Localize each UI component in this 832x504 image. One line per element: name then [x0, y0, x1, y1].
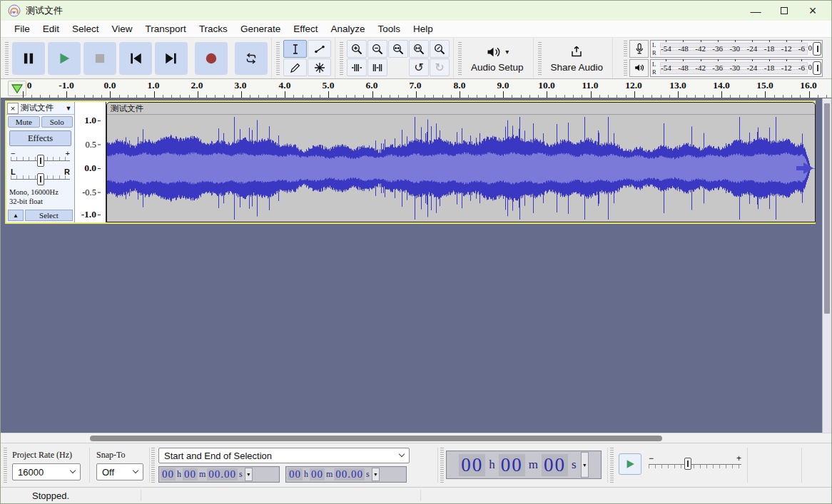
vertical-scrollbar[interactable] — [822, 98, 831, 433]
selection-end-field[interactable]: 00h 00m 00.00s ▾ — [285, 466, 407, 483]
record-button[interactable] — [195, 42, 228, 75]
recording-volume-slider-thumb[interactable] — [813, 42, 821, 56]
tools-toolbar-grip[interactable] — [276, 42, 280, 75]
selection-fields-grip[interactable] — [151, 448, 155, 483]
snap-to-select[interactable]: Off — [96, 463, 143, 480]
trim-audio-button[interactable] — [347, 58, 367, 76]
vertical-scrollbar-thumb[interactable] — [824, 103, 830, 314]
multi-tool-button[interactable] — [308, 58, 331, 76]
close-button[interactable]: × — [798, 1, 827, 20]
start-hours[interactable]: 00 — [161, 468, 176, 480]
end-seconds[interactable]: 00.00 — [334, 468, 365, 480]
track-menu-button[interactable]: ▼ — [63, 105, 74, 112]
menu-item-tools[interactable]: Tools — [371, 21, 407, 36]
audio-setup-button[interactable]: ▾ Audio Setup — [464, 43, 531, 74]
edit-toolbar-grip[interactable] — [340, 42, 343, 75]
draw-tool-button[interactable] — [283, 58, 307, 76]
play-button[interactable] — [48, 42, 81, 75]
position-seconds[interactable]: 00 — [542, 454, 568, 476]
pan-slider-thumb[interactable] — [37, 173, 44, 185]
track-area[interactable]: × 测试文件 ▼ Mute Solo Effects − + L — [1, 98, 831, 433]
zoom-toggle-button[interactable] — [430, 40, 450, 58]
select-track-button[interactable]: Select — [25, 210, 73, 221]
selection-start-field[interactable]: 00h 00m 00.00s ▾ — [158, 466, 280, 483]
end-minutes[interactable]: 00 — [310, 468, 325, 480]
end-hours[interactable]: 00 — [288, 468, 303, 480]
recording-meter-left-label: L — [652, 41, 659, 48]
recording-meter-grip[interactable] — [624, 41, 627, 56]
skip-to-end-button[interactable] — [155, 42, 188, 75]
menu-item-transport[interactable]: Transport — [139, 21, 193, 36]
position-hours[interactable]: 00 — [459, 454, 485, 476]
menu-item-view[interactable]: View — [106, 21, 139, 36]
silence-audio-button[interactable] — [367, 58, 387, 76]
minimize-button[interactable]: — — [741, 1, 770, 20]
maximize-button[interactable] — [770, 1, 798, 20]
solo-button[interactable]: Solo — [41, 116, 73, 128]
waveform-canvas[interactable] — [107, 115, 815, 222]
transport-toolbar-grip[interactable] — [5, 42, 9, 75]
loop-button[interactable] — [235, 42, 268, 75]
track-control-panel: × 测试文件 ▼ Mute Solo Effects − + L — [6, 102, 75, 222]
gain-slider-thumb[interactable] — [37, 155, 44, 167]
playback-speed-slider[interactable]: − + — [649, 455, 741, 475]
speed-slider-thumb[interactable] — [684, 458, 691, 470]
zoom-fit-project-button[interactable] — [409, 40, 429, 58]
horizontal-scrollbar-thumb[interactable] — [90, 436, 662, 441]
vertical-scale-ruler[interactable]: 1.0 0.5 0.0 -0.5 -1.0 — [75, 102, 106, 222]
track-name[interactable]: 测试文件 — [19, 103, 63, 113]
start-minutes[interactable]: 00 — [183, 468, 198, 480]
playback-meter-strip[interactable]: LR -54-48-42-36-30-24-18-12-6 0 — [650, 59, 823, 77]
pause-button[interactable] — [12, 42, 45, 75]
zoom-in-button[interactable] — [347, 40, 367, 58]
time-format-dropdown[interactable]: ▾ — [372, 468, 380, 481]
zoom-out-button[interactable] — [367, 40, 387, 58]
playback-meter-grip[interactable] — [624, 60, 627, 76]
menu-item-generate[interactable]: Generate — [234, 21, 287, 36]
menu-item-help[interactable]: Help — [407, 21, 440, 36]
playback-meter-button[interactable] — [629, 59, 649, 77]
track-close-button[interactable]: × — [7, 103, 19, 114]
menu-item-select[interactable]: Select — [66, 21, 106, 36]
stop-button[interactable] — [83, 42, 116, 75]
clip-title-bar[interactable]: 测试文件 — [107, 103, 815, 115]
pan-slider[interactable]: L R — [11, 168, 70, 185]
selection-tool-button[interactable] — [283, 40, 307, 58]
gain-slider[interactable]: − + — [11, 149, 70, 167]
recording-meter-button[interactable] — [629, 40, 649, 58]
audio-clip[interactable]: 测试文件 — [106, 102, 816, 222]
skip-to-start-button[interactable] — [119, 42, 152, 75]
start-seconds[interactable]: 00.00 — [207, 468, 238, 480]
selection-mode-select[interactable]: Start and End of Selection — [158, 448, 410, 463]
undo-button[interactable]: ↺ — [409, 58, 429, 76]
play-at-speed-button[interactable] — [619, 453, 641, 475]
redo-button[interactable]: ↻ — [430, 58, 450, 76]
horizontal-scrollbar[interactable] — [1, 433, 831, 443]
zoom-selection-button[interactable] — [388, 40, 408, 58]
position-minutes[interactable]: 00 — [499, 454, 525, 476]
selection-toolbar-grip[interactable] — [4, 448, 7, 483]
menu-item-edit[interactable]: Edit — [36, 21, 66, 36]
menu-item-file[interactable]: File — [8, 21, 36, 36]
menu-item-analyze[interactable]: Analyze — [324, 21, 371, 36]
collapse-track-button[interactable]: ▲ — [8, 210, 24, 221]
time-format-dropdown[interactable]: ▾ — [581, 452, 589, 478]
time-format-dropdown[interactable]: ▾ — [245, 468, 253, 481]
playback-volume-slider-thumb[interactable] — [813, 61, 821, 75]
timeline-label: 4.0 — [279, 80, 291, 91]
effects-button[interactable]: Effects — [9, 130, 71, 146]
play-at-speed-grip[interactable] — [610, 448, 614, 483]
envelope-tool-button[interactable] — [308, 40, 331, 58]
time-toolbar-grip[interactable] — [440, 448, 444, 483]
mute-button[interactable]: Mute — [8, 116, 40, 128]
menu-item-effect[interactable]: Effect — [287, 21, 324, 36]
menu-item-tracks[interactable]: Tracks — [193, 21, 234, 36]
project-rate-select[interactable]: 16000 — [12, 463, 81, 480]
share-audio-button[interactable]: Share Audio — [544, 43, 611, 74]
timeline-ruler[interactable]: 0 -1.0 0.0 1.0 2.0 3.0 4.0 5.0 6.0 7.0 8… — [1, 79, 831, 98]
audio-position-display[interactable]: 00h 00m 00s ▾ — [446, 451, 602, 479]
share-audio-grip[interactable] — [538, 42, 542, 75]
recording-meter-strip[interactable]: LR -54-48-42-36-30-24-18-12-6 0 — [650, 40, 823, 58]
audio-setup-grip[interactable] — [458, 42, 462, 75]
speed-slider-ticks — [649, 465, 741, 468]
